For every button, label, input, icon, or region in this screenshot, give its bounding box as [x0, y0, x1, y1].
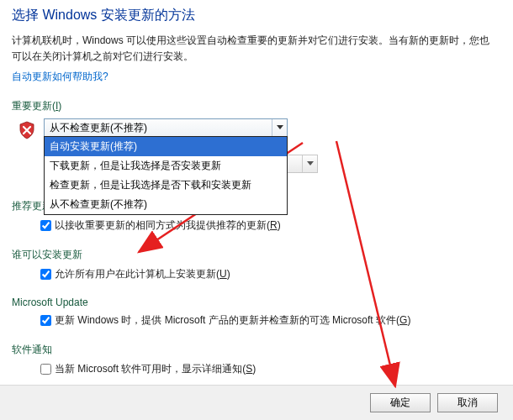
dropdown-option[interactable]: 自动安装更新(推荐) [45, 137, 287, 156]
notice-checkbox[interactable] [40, 364, 51, 375]
page-description: 计算机联机时，Windows 可以使用这些设置自动检查重要的更新并对它们进行安装… [12, 33, 498, 65]
checkbox-label: 以接收重要更新的相同方式为我提供推荐的更新(R) [55, 218, 281, 233]
msupdate-checkbox-row[interactable]: 更新 Windows 时，提供 Microsoft 产品的更新并检查新的可选 M… [40, 313, 498, 328]
checkbox-label: 允许所有用户在此计算机上安装更新(U) [55, 267, 230, 281]
checkbox-label: 更新 Windows 时，提供 Microsoft 产品的更新并检查新的可选 M… [55, 313, 410, 328]
section-important: 重要更新(I) [12, 99, 498, 113]
cancel-button[interactable]: 取消 [437, 393, 498, 412]
section-who: 谁可以安装更新 [12, 248, 498, 262]
who-checkbox[interactable] [40, 269, 51, 280]
section-notice: 软件通知 [12, 343, 498, 357]
dropdown-selected-label: 从不检查更新(不推荐) [50, 121, 147, 135]
chevron-down-icon [302, 155, 317, 172]
section-msupdate: Microsoft Update [12, 297, 498, 308]
shield-icon [17, 120, 37, 140]
update-mode-dropdown[interactable]: 从不检查更新(不推荐) [44, 118, 288, 137]
page-title: 选择 Windows 安装更新的方法 [12, 7, 498, 24]
recommended-checkbox[interactable] [40, 220, 51, 231]
msupdate-checkbox[interactable] [40, 315, 51, 326]
help-link[interactable]: 自动更新如何帮助我? [12, 71, 108, 82]
dropdown-list: 自动安装更新(推荐) 下载更新，但是让我选择是否安装更新 检查更新，但是让我选择… [44, 136, 288, 215]
ok-button[interactable]: 确定 [370, 393, 431, 412]
checkbox-label: 当新 Microsoft 软件可用时，显示详细通知(S) [55, 362, 256, 376]
recommended-checkbox-row[interactable]: 以接收重要更新的相同方式为我提供推荐的更新(R) [40, 218, 498, 233]
who-checkbox-row[interactable]: 允许所有用户在此计算机上安装更新(U) [40, 267, 498, 281]
chevron-down-icon [272, 119, 287, 136]
button-bar: 确定 取消 [0, 385, 513, 420]
dropdown-option[interactable]: 检查更新，但是让我选择是否下载和安装更新 [45, 176, 287, 195]
notice-checkbox-row[interactable]: 当新 Microsoft 软件可用时，显示详细通知(S) [40, 362, 498, 376]
dropdown-option[interactable]: 从不检查更新(不推荐) [45, 195, 287, 214]
dropdown-option[interactable]: 下载更新，但是让我选择是否安装更新 [45, 156, 287, 176]
